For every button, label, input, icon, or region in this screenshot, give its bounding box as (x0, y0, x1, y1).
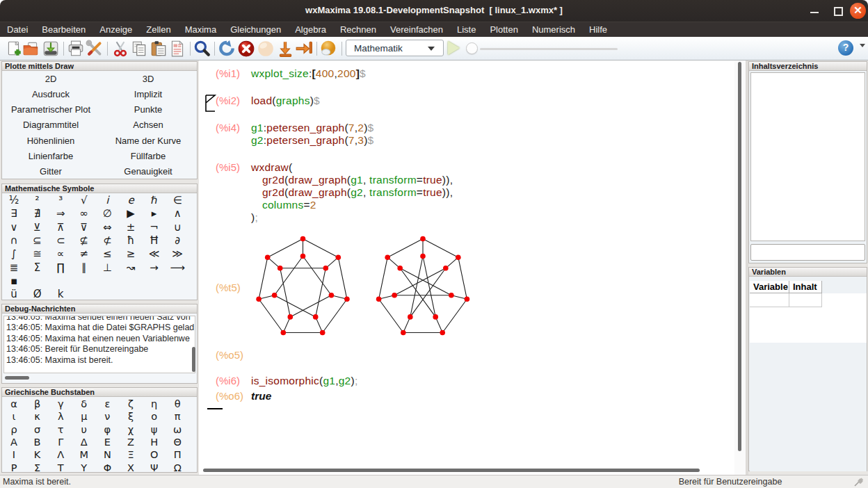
variables-column-inhalt[interactable]: Inhalt (789, 281, 822, 293)
follow-icon[interactable] (257, 40, 275, 58)
title-bar[interactable]: wxMaxima 19.08.1-DevelopmentSnapshot [ l… (0, 0, 868, 22)
open-folder-icon[interactable] (22, 40, 40, 58)
symbol-≠[interactable]: ≠ (72, 248, 96, 260)
symbol-⊻[interactable]: ⊻ (26, 222, 49, 234)
draw-button-genauigkeit[interactable]: Genauigkeit (99, 164, 197, 179)
worksheet[interactable]: (%i1)wxplot_size:[400,200]$(%i2)load(gra… (199, 60, 746, 475)
symbol-Ø[interactable]: Ø (26, 288, 49, 300)
worksheet-horizontal-scrollbar[interactable] (203, 469, 700, 472)
slider-knob[interactable] (466, 42, 478, 54)
symbol-i[interactable]: i (95, 195, 119, 206)
panel-title[interactable]: Variablen (749, 268, 867, 277)
greek-τ[interactable]: τ (49, 424, 72, 435)
code-line[interactable]: is_isomorphic(g1,g2); (251, 375, 357, 387)
greek-ξ[interactable]: ξ (119, 411, 143, 422)
symbol-≅[interactable]: ≅ (26, 248, 49, 260)
code-line[interactable]: wxdraw( (251, 161, 292, 174)
code-line[interactable]: wxplot_size:[400,200]$ (251, 67, 366, 80)
greek-Θ[interactable]: Θ (166, 437, 189, 448)
symbol-e[interactable]: e (119, 195, 143, 206)
menu-liste[interactable]: Liste (450, 22, 483, 37)
code-line[interactable]: ); (251, 211, 258, 224)
code-line[interactable]: columns=2 (262, 199, 316, 211)
symbol-ħ[interactable]: ħ (119, 235, 143, 247)
symbol-k[interactable]: k (49, 288, 72, 300)
minimize-button[interactable] (805, 0, 826, 22)
greek-ν[interactable]: ν (95, 411, 119, 422)
greek-Z[interactable]: Z (119, 437, 143, 448)
symbol-≥[interactable]: ≥ (119, 248, 143, 260)
draw-button-parametrischer-plot[interactable]: Parametrischer Plot (2, 102, 99, 117)
menu-vereinfachen[interactable]: Vereinfachen (383, 22, 450, 37)
symbol-∄[interactable]: ∄ (26, 208, 49, 220)
debug-log[interactable]: 13:46:05: Maxima sendet einen neuen Satz… (3, 316, 195, 373)
symbol-∩[interactable]: ∩ (2, 235, 26, 247)
greek-ω[interactable]: ω (166, 424, 189, 435)
greek-I[interactable]: I (2, 449, 26, 460)
greek-ε[interactable]: ε (95, 398, 119, 409)
symbol-±[interactable]: ± (119, 222, 143, 234)
find-icon[interactable] (193, 40, 211, 58)
greek-λ[interactable]: λ (49, 411, 72, 422)
greek-ρ[interactable]: ρ (2, 424, 26, 435)
menu-anzeige[interactable]: Anzeige (93, 22, 139, 37)
symbol-⊥[interactable]: ⊥ (95, 262, 119, 274)
symbol-½[interactable]: ½ (2, 195, 26, 206)
greek-Ξ[interactable]: Ξ (119, 449, 143, 460)
greek-ζ[interactable]: ζ (119, 398, 143, 409)
variables-cell[interactable] (789, 293, 822, 307)
symbol-³[interactable]: ³ (49, 195, 72, 206)
greek-N[interactable]: N (95, 449, 119, 460)
panel-title[interactable]: Debug-Nachrichten (2, 304, 197, 314)
greek-E[interactable]: E (95, 437, 119, 448)
toc-filter-input[interactable] (750, 244, 865, 261)
draw-button-f-llfarbe[interactable]: Füllfarbe (99, 149, 197, 163)
symbol-Ħ[interactable]: Ħ (143, 235, 166, 247)
evaluate-rest-icon[interactable] (276, 40, 294, 58)
symbol-∫[interactable]: ∫ (2, 248, 26, 260)
greek-X[interactable]: X (119, 462, 143, 473)
draw-button-linienfarbe[interactable]: Linienfarbe (2, 149, 99, 163)
greek-A[interactable]: A (2, 437, 26, 448)
greek-φ[interactable]: φ (95, 424, 119, 435)
greek-Y[interactable]: Y (72, 462, 96, 473)
greek-Σ[interactable]: Σ (26, 462, 49, 473)
symbol-⊄[interactable]: ⊄ (95, 235, 119, 247)
symbol-→[interactable]: → (143, 262, 166, 274)
slider-track[interactable] (480, 48, 618, 50)
toc-list[interactable] (750, 72, 865, 241)
panel-title[interactable]: Griechische Buchstaben (2, 388, 197, 397)
draw-button-h-henlinien[interactable]: Höhenlinien (2, 133, 99, 148)
debug-vertical-scrollbar[interactable] (192, 347, 195, 372)
greek-υ[interactable]: υ (72, 424, 96, 435)
symbol-≪[interactable]: ≪ (143, 248, 166, 260)
symbol-▶[interactable]: ▶ (119, 208, 143, 220)
graph-plot-image[interactable] (239, 232, 481, 346)
symbol-⊆[interactable]: ⊆ (26, 235, 49, 247)
symbol-≫[interactable]: ≫ (166, 248, 189, 260)
greek-ψ[interactable]: ψ (143, 424, 166, 435)
greek-B[interactable]: B (26, 437, 49, 448)
draw-button-ausdruck[interactable]: Ausdruck (2, 87, 99, 101)
draw-button-implizit[interactable]: Implizit (99, 87, 197, 101)
menu-numerisch[interactable]: Numerisch (525, 22, 582, 37)
greek-σ[interactable]: σ (26, 424, 49, 435)
greek-Π[interactable]: Π (166, 449, 189, 460)
greek-Δ[interactable]: Δ (72, 437, 96, 448)
menu-datei[interactable]: Datei (0, 22, 35, 37)
code-line[interactable]: gr2d(draw_graph(g2, transform=true)), (262, 186, 453, 199)
menu-hilfe[interactable]: Hilfe (582, 22, 614, 37)
active-cell-bracket[interactable] (205, 95, 218, 113)
symbol-⊂[interactable]: ⊂ (49, 235, 72, 247)
greek-π[interactable]: π (166, 411, 189, 422)
menu-plotten[interactable]: Plotten (483, 22, 524, 37)
preferences-tools-icon[interactable] (86, 40, 104, 58)
symbol-⇔[interactable]: ⇔ (95, 222, 119, 234)
hide-code-icon[interactable] (319, 40, 337, 58)
code-line[interactable]: g2:petersen_graph(7,3)$ (251, 134, 373, 147)
draw-button-3d[interactable]: 3D (99, 72, 197, 86)
symbol-¬[interactable]: ¬ (143, 222, 166, 234)
save-icon[interactable] (42, 40, 60, 58)
new-document-icon[interactable] (5, 40, 23, 58)
animation-slider[interactable] (466, 40, 622, 58)
